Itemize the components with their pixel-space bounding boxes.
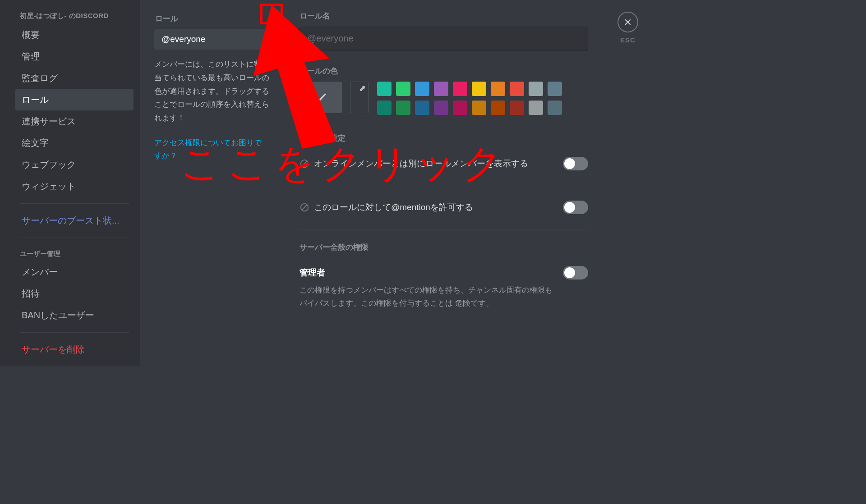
role-list-column: ロール @everyone メンバーには、このリストに割り当てられている最も高い… [140, 0, 289, 366]
sidebar-item-delete-server[interactable]: サーバーを削除 [15, 339, 134, 360]
sidebar-item-roles[interactable]: ロール [15, 89, 134, 110]
sidebar-item-auditlog[interactable]: 監査ログ [15, 67, 134, 89]
color-swatch[interactable] [377, 101, 392, 115]
svg-line-6 [302, 205, 307, 210]
color-swatch[interactable] [472, 82, 486, 96]
permissions-help-link[interactable]: アクセス権限についてお困りですか？ [154, 137, 281, 163]
color-swatch[interactable] [396, 82, 410, 96]
sidebar-item-invites[interactable]: 招待 [15, 283, 134, 304]
sidebar-item-integrations[interactable]: 連携サービス [15, 110, 134, 132]
sidebar-item-widget[interactable]: ウィジェット [15, 175, 134, 197]
sidebar-item-emoji[interactable]: 絵文字 [15, 132, 134, 154]
role-name-input[interactable] [299, 27, 588, 50]
eyedropper-icon [359, 85, 366, 92]
color-swatch[interactable] [510, 82, 524, 96]
role-color-label: ロールの色 [299, 66, 588, 76]
svg-line-4 [302, 161, 307, 166]
color-default-swatch[interactable] [299, 82, 342, 113]
color-swatch[interactable] [453, 101, 467, 115]
color-swatch[interactable] [434, 101, 448, 115]
color-swatch[interactable] [491, 101, 505, 115]
esc-label: ESC [620, 36, 636, 44]
color-swatch[interactable] [415, 82, 429, 96]
color-swatch[interactable] [548, 82, 562, 96]
color-swatch[interactable] [453, 82, 467, 96]
role-settings-header: ロールの設定 [299, 133, 588, 143]
perm-admin-title: 管理者 [299, 266, 553, 279]
color-swatch[interactable] [377, 82, 392, 96]
color-swatch[interactable] [529, 82, 543, 96]
role-list-header: ロール [155, 14, 178, 24]
divider [20, 332, 129, 333]
color-swatch-grid [377, 82, 562, 115]
close-button[interactable]: ESC [617, 12, 638, 44]
deny-icon [299, 202, 309, 212]
divider [20, 238, 129, 238]
deny-icon [299, 159, 309, 169]
settings-sidebar: 初星-はつぼし- のDISCORD 概要 管理 監査ログ ロール 連携サービス … [0, 0, 140, 366]
color-swatch[interactable] [472, 101, 486, 115]
server-perm-header: サーバー全般の権限 [299, 242, 588, 252]
divider [20, 203, 129, 204]
toggle-admin[interactable] [563, 266, 588, 279]
toggle-allow-mention[interactable] [563, 201, 588, 214]
color-swatch[interactable] [510, 101, 524, 115]
server-name-label: 初星-はつぼし- のDISCORD [15, 10, 134, 24]
role-entry-everyone[interactable]: @everyone [154, 29, 281, 50]
color-swatch[interactable] [491, 82, 505, 96]
toggle-display-separately[interactable] [563, 157, 588, 170]
color-swatch[interactable] [548, 101, 562, 115]
color-swatch[interactable] [529, 101, 543, 115]
color-eyedropper-button[interactable] [350, 82, 369, 113]
sidebar-item-boost[interactable]: サーバーのブースト状... [15, 210, 134, 231]
sidebar-item-overview[interactable]: 概要 [15, 24, 134, 46]
close-icon [623, 18, 632, 27]
role-list-note: メンバーには、このリストに割り当てられている最も高いロールの色が適用されます。ド… [154, 58, 281, 125]
add-role-button[interactable] [268, 13, 280, 24]
perm-admin-desc: この権限を持つメンバーはすべての権限を持ち、チャンネル固有の権限もバイパスします… [299, 284, 553, 310]
plus-circle-icon [269, 14, 279, 23]
color-swatch[interactable] [396, 101, 410, 115]
sidebar-item-webhooks[interactable]: ウェブフック [15, 154, 134, 175]
check-icon [313, 90, 328, 105]
role-detail-column: ロール名 ロールの色 ロールの設定 オンラインメンバーとは別にロールメンバーを表… [289, 0, 651, 366]
color-swatch[interactable] [434, 82, 448, 96]
sidebar-cat-usermgmt: ユーザー管理 [15, 248, 134, 261]
sidebar-item-moderation[interactable]: 管理 [15, 46, 134, 67]
sidebar-item-bans[interactable]: BANしたユーザー [15, 304, 134, 326]
sidebar-item-members[interactable]: メンバー [15, 261, 134, 283]
color-swatch[interactable] [415, 101, 429, 115]
perm-allow-mention: このロールに対して@mentionを許可する [299, 201, 553, 214]
role-name-label: ロール名 [299, 11, 588, 21]
perm-display-separately: オンラインメンバーとは別にロールメンバーを表示する [299, 157, 553, 170]
